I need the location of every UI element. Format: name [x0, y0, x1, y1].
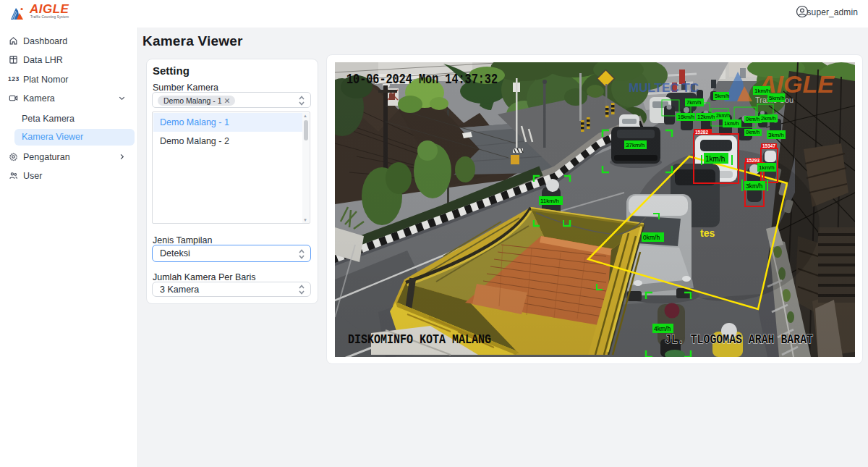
svg-text:15282: 15282: [695, 130, 708, 135]
svg-text:3km/h: 3km/h: [746, 182, 762, 190]
svg-text:11km/h: 11km/h: [540, 198, 559, 204]
svg-text:5km/h: 5km/h: [715, 93, 729, 99]
svg-text:2km/h: 2km/h: [761, 115, 775, 122]
svg-text:DISKOMINFO KOTA MALANG: DISKOMINFO KOTA MALANG: [348, 332, 491, 348]
svg-text:15293: 15293: [746, 158, 760, 163]
svg-text:4km/h: 4km/h: [654, 325, 671, 332]
svg-text:3km/h: 3km/h: [768, 132, 784, 138]
svg-text:JL. TLOGOMAS ARAH BARAT: JL. TLOGOMAS ARAH BARAT: [665, 332, 813, 348]
svg-text:10-06-2024 Mon 14:37:32: 10-06-2024 Mon 14:37:32: [346, 71, 498, 88]
svg-text:1km/h: 1km/h: [759, 164, 775, 171]
svg-text:0km/h: 0km/h: [746, 117, 760, 122]
svg-text:1km/h: 1km/h: [705, 155, 725, 163]
svg-text:0km/h: 0km/h: [746, 130, 760, 135]
svg-text:1km/h: 1km/h: [724, 120, 739, 127]
svg-text:12km/h: 12km/h: [697, 114, 715, 120]
svg-text:7km/h: 7km/h: [686, 99, 701, 106]
svg-text:37km/h: 37km/h: [626, 142, 644, 148]
svg-text:16km/h: 16km/h: [678, 114, 694, 119]
svg-text:1km/h: 1km/h: [754, 88, 770, 94]
svg-text:5km/h: 5km/h: [769, 95, 785, 101]
svg-text:MULTEC TC: MULTEC TC: [629, 81, 699, 95]
svg-text:0km/h: 0km/h: [643, 234, 660, 241]
svg-text:2km/h: 2km/h: [716, 113, 730, 118]
svg-text:tes: tes: [700, 227, 715, 239]
svg-text:15347: 15347: [762, 143, 775, 148]
